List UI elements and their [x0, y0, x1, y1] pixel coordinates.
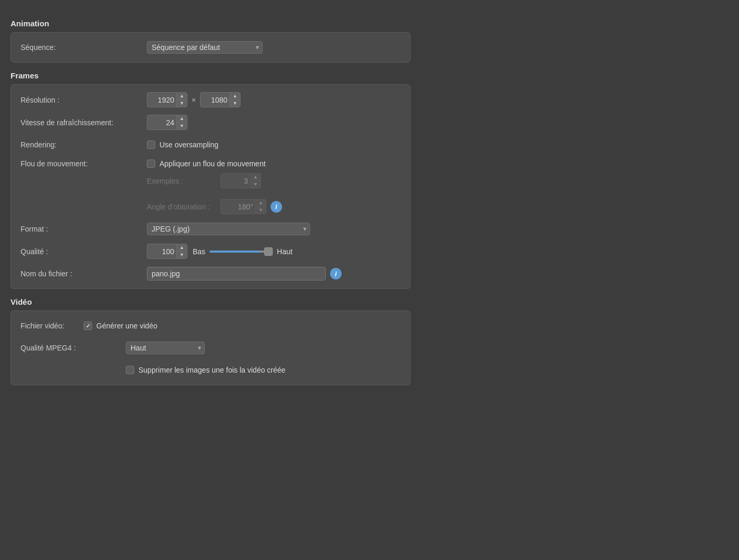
video-panel: Fichier vidéo: Générer une vidéo Qualité…: [11, 311, 411, 385]
frames-section-title: Frames: [11, 71, 728, 80]
resolution-y-input[interactable]: 1080: [201, 94, 229, 106]
sequence-select-wrapper[interactable]: Séquence par défaut: [147, 41, 263, 54]
qualite-label: Qualité MPEG4 :: [21, 344, 126, 352]
frames-panel: Résolution : 1920 ▲ ▼ × 1080 ▲ ▼ Vitesse…: [11, 84, 411, 289]
refresh-label: Vitesse de rafraîchissement:: [21, 118, 147, 127]
resolution-x-up-button[interactable]: ▲: [177, 93, 187, 100]
supprimer-checkbox[interactable]: [126, 366, 134, 374]
quality-spinbox-buttons: ▲ ▼: [176, 244, 187, 258]
exemples-row: Exemples : 3 ▲ ▼: [147, 173, 282, 188]
motion-blur-label: Flou de mouvement:: [21, 159, 147, 168]
quality-row: Qualité : 100 ▲ ▼ Bas Haut: [21, 244, 401, 259]
filename-info-icon[interactable]: i: [330, 268, 342, 279]
quality-spinbox: 100 ▲ ▼: [147, 244, 187, 259]
angle-info-icon[interactable]: i: [271, 201, 282, 213]
fichier-row: Fichier vidéo: Générer une vidéo: [21, 318, 401, 333]
format-row: Format : JPEG (.jpg) PNG (.png) TIFF (.t…: [21, 222, 401, 236]
refresh-down-button[interactable]: ▼: [177, 123, 187, 129]
sequence-select[interactable]: Séquence par défaut: [147, 41, 263, 54]
resolution-row: Résolution : 1920 ▲ ▼ × 1080 ▲ ▼: [21, 92, 401, 107]
angle-spinbox-buttons: ▲ ▼: [255, 199, 266, 214]
qualite-select-wrapper[interactable]: Haut Moyen Bas: [126, 342, 205, 354]
resolution-y-down-button[interactable]: ▼: [230, 100, 240, 107]
supprimer-checkbox-label: Supprimer les images une fois la vidéo c…: [138, 366, 285, 374]
quality-slider[interactable]: [209, 251, 273, 253]
refresh-up-button[interactable]: ▲: [177, 115, 187, 123]
video-section-title: Vidéo: [11, 297, 728, 306]
motion-blur-checkbox-wrapper[interactable]: Appliquer un flou de mouvement: [147, 159, 282, 168]
frames-section: Frames Résolution : 1920 ▲ ▼ × 1080 ▲ ▼: [11, 71, 728, 289]
exemples-spinbox: 3 ▲ ▼: [221, 173, 261, 188]
exemples-spinbox-buttons: ▲ ▼: [250, 174, 261, 188]
animation-panel: Séquence: Séquence par défaut: [11, 32, 411, 63]
resolution-x-spinbox: 1920 ▲ ▼: [147, 92, 187, 107]
motion-blur-checkbox[interactable]: [147, 159, 155, 168]
rendering-checkbox-wrapper[interactable]: Use oversampling: [147, 141, 218, 149]
quality-low-label: Bas: [193, 247, 205, 256]
resolution-y-spinbox-buttons: ▲ ▼: [229, 93, 240, 107]
quality-controls: 100 ▲ ▼ Bas Haut: [147, 244, 293, 259]
fichier-checkbox-wrapper[interactable]: Générer une vidéo: [84, 322, 157, 330]
angle-down-button: ▼: [256, 207, 266, 214]
motion-blur-row: Flou de mouvement: Appliquer un flou de …: [21, 159, 401, 214]
angle-label: Angle d'obturation :: [147, 203, 221, 211]
exemples-down-button: ▼: [251, 181, 261, 188]
angle-spinbox: 180° ▲ ▼: [221, 199, 266, 214]
format-label: Format :: [21, 225, 147, 233]
refresh-input[interactable]: 24: [147, 117, 176, 128]
exemples-up-button: ▲: [251, 174, 261, 181]
angle-up-button: ▲: [256, 199, 266, 207]
resolution-x-down-button[interactable]: ▼: [177, 100, 187, 107]
video-section: Vidéo Fichier vidéo: Générer une vidéo Q…: [11, 297, 728, 385]
resolution-label: Résolution :: [21, 96, 147, 104]
refresh-row: Vitesse de rafraîchissement: 24 ▲ ▼: [21, 115, 401, 130]
exemples-label: Exemples :: [147, 177, 221, 185]
resolution-x-input[interactable]: 1920: [147, 94, 176, 106]
quality-up-button[interactable]: ▲: [177, 244, 187, 252]
fichier-label: Fichier vidéo:: [21, 322, 84, 330]
refresh-spinbox: 24 ▲ ▼: [147, 115, 187, 130]
rendering-checkbox-label: Use oversampling: [159, 141, 218, 149]
qualite-select[interactable]: Haut Moyen Bas: [126, 342, 205, 354]
sequence-label: Séquence:: [21, 43, 147, 52]
supprimer-row: Supprimer les images une fois la vidéo c…: [21, 363, 401, 377]
quality-input[interactable]: 100: [147, 246, 176, 257]
exemples-input: 3: [221, 175, 250, 187]
format-select[interactable]: JPEG (.jpg) PNG (.png) TIFF (.tif) OpenE…: [147, 223, 310, 235]
angle-input: 180°: [221, 201, 255, 213]
format-select-wrapper[interactable]: JPEG (.jpg) PNG (.png) TIFF (.tif) OpenE…: [147, 223, 310, 235]
resolution-y-spinbox: 1080 ▲ ▼: [200, 92, 241, 107]
animation-section-title: Animation: [11, 19, 728, 28]
fichier-checkbox[interactable]: [84, 322, 92, 330]
filename-row: Nom du fichier : i: [21, 266, 401, 281]
animation-section: Animation Séquence: Séquence par défaut: [11, 19, 728, 63]
resolution-separator: ×: [192, 96, 196, 104]
quality-slider-container: Bas Haut: [193, 247, 293, 256]
angle-row: Angle d'obturation : 180° ▲ ▼ i: [147, 199, 282, 214]
filename-input[interactable]: [147, 267, 326, 281]
refresh-spinbox-buttons: ▲ ▼: [176, 115, 187, 129]
fichier-checkbox-label: Générer une vidéo: [96, 322, 157, 330]
filename-label: Nom du fichier :: [21, 269, 147, 278]
rendering-checkbox[interactable]: [147, 141, 155, 149]
motion-blur-checkbox-label: Appliquer un flou de mouvement: [159, 159, 266, 168]
quality-label: Qualité :: [21, 247, 147, 256]
quality-high-label: Haut: [277, 247, 293, 256]
rendering-label: Rendering:: [21, 141, 147, 149]
rendering-row: Rendering: Use oversampling: [21, 137, 401, 152]
resolution-y-up-button[interactable]: ▲: [230, 93, 240, 100]
resolution-x-spinbox-buttons: ▲ ▼: [176, 93, 187, 107]
sequence-row: Séquence: Séquence par défaut: [21, 40, 401, 55]
supprimer-checkbox-wrapper[interactable]: Supprimer les images une fois la vidéo c…: [126, 366, 285, 374]
quality-down-button[interactable]: ▼: [177, 252, 187, 258]
motion-blur-sub-rows: Appliquer un flou de mouvement Exemples …: [147, 159, 282, 214]
qualite-row: Qualité MPEG4 : Haut Moyen Bas: [21, 341, 401, 355]
